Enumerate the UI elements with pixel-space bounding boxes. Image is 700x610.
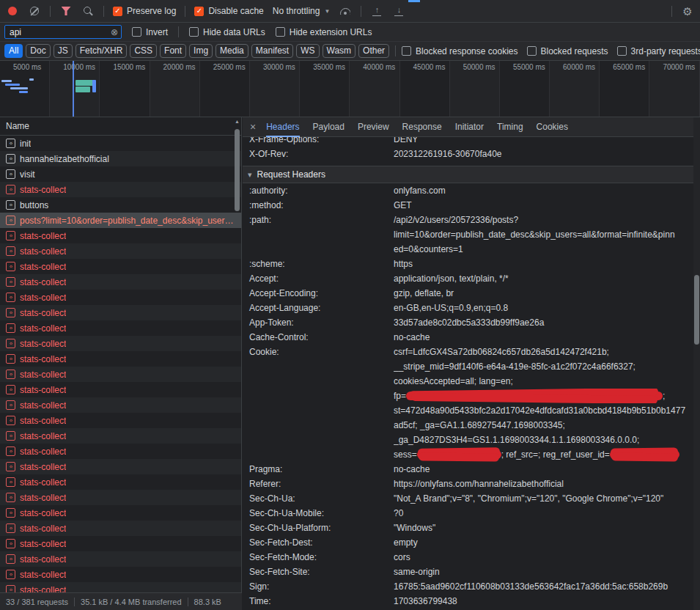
type-filter-img[interactable]: Img (189, 44, 213, 58)
request-row[interactable]: posts?limit=10&order=publish_date_desc&s… (0, 213, 241, 228)
requests-scrollbar[interactable] (234, 117, 240, 591)
request-headers-section-header[interactable]: Request Headers (243, 166, 693, 183)
type-filter-doc[interactable]: Doc (26, 44, 50, 58)
request-row[interactable]: buttons (0, 197, 241, 213)
record-button[interactable] (6, 4, 19, 18)
request-row[interactable]: stats-collect (0, 459, 241, 474)
type-filter-css[interactable]: CSS (130, 44, 157, 58)
type-filter-media[interactable]: Media (215, 44, 248, 58)
invert-checkbox[interactable]: Invert (132, 27, 168, 37)
import-har-button[interactable]: ↑ (370, 4, 383, 18)
waterfall-bar (75, 80, 93, 86)
request-row[interactable]: stats-collect (0, 305, 241, 320)
header-row: App-Token:33d57ade8c02dbc5a333db99ff9ae2… (243, 315, 693, 330)
request-row[interactable]: stats-collect (0, 351, 241, 367)
request-row[interactable]: stats-collect (0, 505, 241, 521)
header-value-line: fp=; (394, 389, 693, 403)
blocked-response-cookies-checkbox[interactable]: Blocked response cookies (402, 46, 517, 56)
clear-button[interactable] (28, 4, 41, 18)
request-row[interactable]: stats-collect (0, 259, 241, 274)
request-row[interactable]: stats-collect (0, 521, 241, 536)
request-row[interactable]: stats-collect (0, 290, 241, 305)
request-row[interactable]: hannahelizabethofficial (0, 151, 241, 166)
3rd-party-requests-checkbox[interactable]: 3rd-party requests (617, 46, 700, 56)
tab-cookies[interactable]: Cookies (537, 117, 568, 137)
checkbox-icon (189, 27, 199, 37)
request-row[interactable]: visit (0, 166, 241, 182)
request-row[interactable]: stats-collect (0, 551, 241, 567)
request-row[interactable]: stats-collect (0, 536, 241, 551)
preserve-log-checkbox[interactable]: Preserve log (113, 6, 176, 16)
hide-data-urls-checkbox[interactable]: Hide data URLs (189, 27, 265, 37)
header-value: "Not_A Brand";v="8", "Chromium";v="120",… (394, 491, 693, 506)
section-caret-icon (248, 170, 252, 180)
type-filter-other[interactable]: Other (358, 44, 389, 58)
disable-cache-label: Disable cache (208, 6, 263, 16)
request-row[interactable]: stats-collect (0, 336, 241, 351)
tab-response[interactable]: Response (402, 117, 442, 137)
tab-timing[interactable]: Timing (497, 117, 523, 137)
request-row[interactable]: stats-collect (0, 413, 241, 428)
clear-filter-icon[interactable] (111, 27, 118, 37)
blocked-requests-checkbox[interactable]: Blocked requests (527, 46, 608, 56)
waterfall-bar (19, 91, 28, 93)
request-row[interactable]: stats-collect (0, 182, 241, 197)
type-filter-manifest[interactable]: Manifest (251, 44, 293, 58)
request-row[interactable]: init (0, 136, 241, 151)
request-row[interactable]: stats-collect (0, 382, 241, 397)
request-row[interactable]: stats-collect (0, 490, 241, 505)
header-value: csrf=LdfcGX4Sa72db06824c657db26a5d142472… (394, 345, 693, 462)
disable-cache-checkbox[interactable]: Disable cache (194, 6, 263, 16)
filter-input[interactable] (10, 27, 111, 37)
toolbar-divider (178, 26, 179, 37)
name-column-header[interactable]: Name (0, 117, 241, 136)
request-type-icon (6, 539, 15, 548)
filter-input-box[interactable] (4, 25, 122, 39)
hide-extension-urls-checkbox[interactable]: Hide extension URLs (276, 27, 372, 37)
type-filter-js[interactable]: JS (54, 44, 73, 58)
headers-content: X-Frame-Options: DENY X-Of-Rev: 20231226… (243, 137, 693, 610)
tab-payload[interactable]: Payload (313, 117, 345, 137)
type-filter-wasm[interactable]: Wasm (323, 44, 356, 58)
type-filter-ws[interactable]: WS (296, 44, 319, 58)
request-row[interactable]: stats-collect (0, 320, 241, 336)
request-row[interactable]: stats-collect (0, 243, 241, 259)
filter-toggle-button[interactable] (59, 4, 73, 18)
requests-scrollbar-thumb[interactable] (235, 129, 240, 211)
tab-preview[interactable]: Preview (358, 117, 389, 137)
tab-initiator[interactable]: Initiator (455, 117, 484, 137)
request-row[interactable]: stats-collect (0, 228, 241, 243)
request-name: stats-collect (20, 370, 66, 380)
settings-button[interactable]: ⚙ (681, 4, 694, 18)
type-filter-all[interactable]: All (4, 44, 23, 58)
throttling-select[interactable]: No throttling ▼ (273, 6, 331, 16)
tab-headers[interactable]: Headers (266, 117, 299, 137)
scroll-up-icon[interactable] (234, 117, 240, 126)
request-row[interactable]: stats-collect (0, 274, 241, 290)
network-conditions-icon (340, 7, 350, 15)
timeline-column: 35000 ms (300, 61, 350, 117)
details-scrollbar-thumb[interactable] (694, 275, 699, 345)
network-toolbar: Preserve log Disable cache No throttling… (0, 0, 700, 23)
request-row[interactable]: stats-collect (0, 428, 241, 444)
request-row[interactable]: stats-collect (0, 567, 241, 582)
close-icon[interactable] (250, 121, 256, 133)
waterfall-bar (75, 87, 90, 92)
search-button[interactable] (81, 4, 95, 18)
type-filter-fetch-xhr[interactable]: Fetch/XHR (75, 44, 128, 58)
type-filter-font[interactable]: Font (160, 44, 186, 58)
request-row[interactable]: stats-collect (0, 582, 241, 592)
network-conditions-button[interactable] (339, 4, 352, 18)
request-row[interactable]: stats-collect (0, 444, 241, 459)
request-row[interactable]: stats-collect (0, 397, 241, 413)
network-overview-timeline[interactable]: 5000 ms10000 ms15000 ms20000 ms25000 ms3… (0, 61, 700, 117)
details-scrollbar[interactable] (693, 117, 700, 610)
header-value: https://onlyfans.com/hannahelizabethoffi… (394, 477, 693, 491)
waterfall-bar (5, 84, 20, 86)
request-row[interactable]: stats-collect (0, 474, 241, 490)
export-har-button[interactable]: ↓ (392, 4, 405, 18)
header-row: Sec-Ch-Ua-Platform:"Windows" (243, 521, 693, 535)
header-name: Pragma: (243, 462, 394, 477)
header-name: X-Of-Rev: (243, 147, 394, 161)
request-row[interactable]: stats-collect (0, 367, 241, 382)
